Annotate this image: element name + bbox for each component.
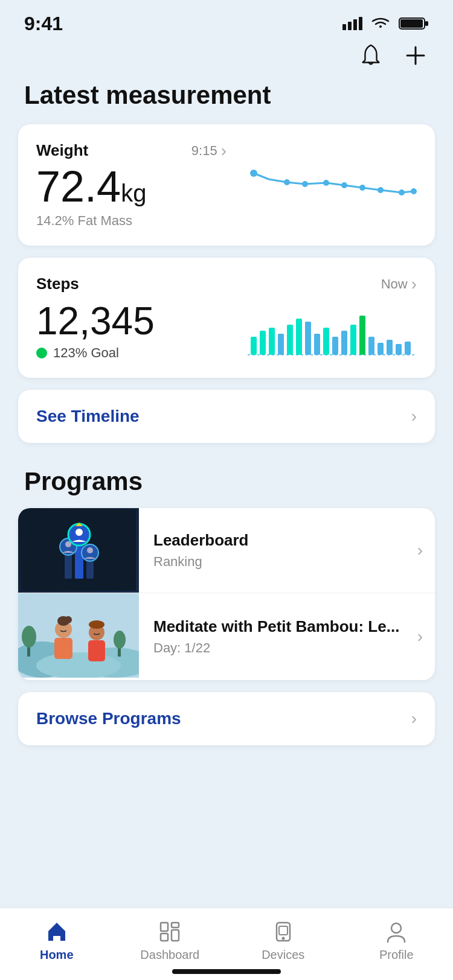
svg-rect-1 (425, 21, 428, 26)
signal-icon (342, 17, 362, 30)
header-actions (0, 36, 453, 75)
goal-dot (36, 348, 47, 358)
profile-icon (384, 919, 409, 944)
svg-rect-2 (400, 19, 423, 28)
weight-chart (248, 161, 417, 209)
meditate-illustration (18, 593, 139, 678)
steps-time: Now › (381, 275, 417, 294)
leaderboard-illustration (21, 509, 136, 591)
svg-rect-25 (341, 331, 347, 355)
svg-point-57 (89, 620, 104, 629)
browse-programs-button[interactable]: Browse Programs › (18, 692, 435, 745)
svg-point-5 (250, 170, 257, 177)
weight-value: 72.4kg (36, 163, 226, 211)
nav-home-label: Home (40, 948, 74, 962)
svg-rect-17 (269, 328, 275, 355)
nav-dashboard[interactable]: Dashboard (114, 917, 227, 962)
see-timeline-button[interactable]: See Timeline › (18, 390, 435, 443)
status-icons (342, 16, 429, 31)
battery-icon (399, 16, 429, 31)
leaderboard-image (18, 508, 139, 593)
steps-chart (248, 301, 417, 361)
status-time: 9:41 (24, 13, 63, 35)
svg-rect-18 (278, 334, 284, 355)
svg-rect-32 (405, 342, 411, 355)
svg-rect-26 (350, 325, 356, 355)
svg-rect-30 (387, 340, 393, 355)
devices-icon (271, 919, 296, 944)
page-title: Latest measurement (0, 75, 453, 124)
svg-point-6 (284, 179, 290, 185)
svg-point-13 (411, 188, 417, 194)
meditate-info: Meditate with Petit Bambou: Le... Day: 1… (139, 593, 417, 680)
nav-home[interactable]: Home (0, 917, 114, 962)
leaderboard-title: Leaderboard (153, 530, 403, 551)
status-bar: 9:41 (0, 0, 453, 36)
svg-rect-16 (260, 331, 266, 355)
svg-point-51 (114, 631, 126, 649)
programs-container: Leaderboard Ranking › (18, 508, 435, 680)
svg-rect-31 (396, 344, 402, 355)
svg-rect-29 (378, 343, 384, 355)
nav-devices-label: Devices (262, 948, 304, 962)
svg-point-9 (341, 182, 347, 188)
nav-devices[interactable]: Devices (226, 917, 340, 962)
dashboard-icon (157, 919, 182, 944)
svg-rect-27 (359, 316, 365, 355)
add-button[interactable] (402, 42, 429, 69)
programs-title: Programs (0, 461, 453, 508)
leaderboard-info: Leaderboard Ranking (139, 508, 417, 593)
svg-rect-59 (161, 923, 168, 931)
steps-card[interactable]: Steps Now › 12,345 123% Goal (18, 258, 435, 377)
weight-card[interactable]: Weight 9:15 › 72.4kg 14.2% Fat Mass (18, 124, 435, 246)
weight-label: Weight (36, 141, 88, 160)
nav-profile[interactable]: Profile (340, 917, 454, 962)
meditate-arrow: › (417, 593, 435, 680)
svg-rect-21 (305, 322, 311, 355)
wifi-icon (370, 16, 391, 31)
svg-rect-61 (161, 934, 168, 941)
nav-profile-label: Profile (379, 948, 414, 962)
browse-programs-chevron: › (411, 709, 417, 728)
svg-rect-62 (172, 930, 179, 941)
svg-point-49 (22, 626, 36, 648)
home-indicator (172, 969, 281, 974)
svg-point-11 (378, 187, 384, 193)
svg-point-54 (65, 616, 72, 623)
steps-goal: 123% Goal (36, 345, 226, 361)
see-timeline-chevron: › (411, 407, 417, 426)
svg-point-42 (76, 529, 83, 536)
leaderboard-sub: Ranking (153, 554, 403, 570)
svg-rect-28 (368, 337, 374, 355)
program-leaderboard[interactable]: Leaderboard Ranking › (18, 508, 435, 593)
svg-rect-20 (296, 319, 302, 355)
svg-point-64 (281, 937, 284, 940)
see-timeline-text: See Timeline (36, 407, 140, 426)
svg-rect-23 (323, 328, 329, 355)
svg-point-10 (359, 185, 365, 191)
meditate-title: Meditate with Petit Bambou: Le... (153, 617, 403, 637)
program-meditate[interactable]: Meditate with Petit Bambou: Le... Day: 1… (18, 593, 435, 680)
weight-sub: 14.2% Fat Mass (36, 213, 226, 229)
bottom-nav: Home Dashboard Devices Profile (0, 908, 453, 980)
svg-point-8 (323, 180, 329, 186)
nav-dashboard-label: Dashboard (140, 948, 199, 962)
leaderboard-arrow: › (417, 508, 435, 593)
svg-rect-60 (172, 923, 179, 928)
svg-rect-15 (251, 337, 257, 355)
svg-point-66 (391, 923, 401, 933)
weight-time: 9:15 › (191, 141, 226, 161)
svg-rect-55 (54, 638, 72, 659)
svg-point-12 (399, 189, 405, 196)
meditate-sub: Day: 1/22 (153, 640, 403, 656)
svg-point-47 (36, 652, 121, 678)
svg-point-41 (87, 547, 93, 553)
svg-rect-58 (88, 640, 105, 661)
browse-programs-text: Browse Programs (36, 709, 181, 728)
svg-point-40 (65, 541, 71, 547)
svg-point-7 (302, 181, 308, 187)
home-icon (44, 919, 69, 944)
svg-rect-24 (332, 337, 338, 355)
notification-button[interactable] (358, 42, 384, 69)
steps-value: 12,345 (36, 300, 226, 342)
